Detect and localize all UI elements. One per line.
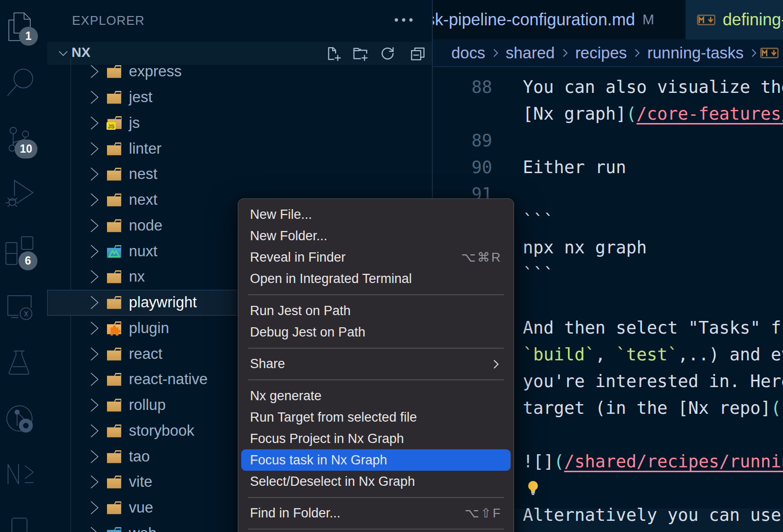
code-segment: ``` <box>523 264 554 284</box>
tab-label: sk-pipeline-configuration.md <box>433 10 635 29</box>
chevron-right-icon[interactable] <box>87 500 101 515</box>
chevron-right-icon[interactable] <box>87 244 101 259</box>
menu-shortcut: ⌥⌘R <box>461 250 502 265</box>
folder-icon <box>107 475 122 489</box>
activity-debug[interactable] <box>5 179 34 209</box>
menu-divider <box>248 497 504 498</box>
tree-item-label: storybook <box>129 422 194 440</box>
chevron-right-icon[interactable] <box>87 449 101 464</box>
tree-item-express[interactable]: express <box>47 59 433 85</box>
code-segment: target (in the [Nx repo] <box>523 398 771 418</box>
chevron-right-icon[interactable] <box>87 526 101 532</box>
menu-item-reveal-in-finder[interactable]: Reveal in Finder⌥⌘R <box>241 247 511 268</box>
chevron-right-icon[interactable] <box>87 64 101 79</box>
menu-item-debug-jest-on-path[interactable]: Debug Jest on Path <box>241 321 511 343</box>
folder-icon <box>107 64 122 79</box>
code-segment: ![] <box>523 451 554 471</box>
menu-item-label: Open in Integrated Terminal <box>250 271 412 286</box>
menu-item-label: New File... <box>250 207 312 222</box>
code-line: 90Either run <box>433 154 783 180</box>
chevron-right-icon[interactable] <box>87 116 101 130</box>
code-text: ``` <box>523 207 554 234</box>
badge: 10 <box>15 140 37 159</box>
breadcrumb-docs[interactable]: docs <box>451 44 485 62</box>
tree-item-label: vue <box>129 499 153 516</box>
tab-task-pipeline-configuration[interactable]: sk-pipeline-configuration.md M <box>433 0 684 39</box>
code-segment: , <box>595 344 616 364</box>
tree-item-label: playwright <box>129 294 197 311</box>
folder-icon <box>107 142 122 156</box>
code-line: [Nx graph](/core-features/explore-graph) <box>433 100 783 127</box>
chevron-right-icon[interactable] <box>87 218 101 233</box>
chevron-right-icon[interactable] <box>87 167 101 181</box>
breadcrumb-recipes[interactable]: recipes <box>575 44 627 62</box>
tree-item-linter[interactable]: linter <box>47 136 433 161</box>
tab-defining[interactable]: defining- <box>686 0 783 39</box>
chevron-right-icon[interactable] <box>87 269 101 284</box>
code-segment: Alternatively you can use the <box>523 505 783 525</box>
tree-item-label: plugin <box>129 319 169 337</box>
chevron-right-icon[interactable] <box>87 424 101 438</box>
code-line: 89 <box>433 127 783 154</box>
activity-bar: 1106 <box>0 0 47 532</box>
chevron-right-icon[interactable] <box>87 347 101 361</box>
tree-item-label: jest <box>129 89 152 106</box>
activity-nx-console[interactable] <box>6 462 35 485</box>
menu-item-label: New Folder... <box>250 229 327 244</box>
more-actions-icon[interactable] <box>393 13 414 27</box>
folder-icon <box>107 449 122 464</box>
tab-bar: sk-pipeline-configuration.md M defining- <box>433 0 783 40</box>
menu-item-focus-project-in-nx-graph[interactable]: Focus Project in Nx Graph <box>241 428 511 449</box>
menu-item-new-file[interactable]: New File... <box>241 204 511 226</box>
menu-item-open-in-integrated-terminal[interactable]: Open in Integrated Terminal <box>241 268 511 290</box>
remote-explorer-icon <box>7 293 33 320</box>
chevron-right-icon[interactable] <box>87 321 101 336</box>
breadcrumb-running-tasks[interactable]: running-tasks <box>647 44 744 62</box>
menu-item-share[interactable]: Share <box>241 354 511 375</box>
code-segment: npx nx graph <box>523 237 647 257</box>
chevron-right-icon[interactable] <box>87 372 101 387</box>
chevron-right-icon <box>747 47 760 59</box>
chevron-right-icon[interactable] <box>87 90 101 105</box>
chevron-right-icon[interactable] <box>87 475 101 489</box>
svg-text:JS: JS <box>107 124 114 129</box>
chevron-right-icon[interactable] <box>87 193 101 207</box>
chevron-right-icon[interactable] <box>87 398 101 412</box>
line-number: 88 <box>462 73 492 100</box>
activity-search[interactable] <box>7 68 34 97</box>
breadcrumb-shared[interactable]: shared <box>506 44 555 62</box>
markdown-icon <box>697 15 715 25</box>
line-number: 90 <box>462 154 492 180</box>
tree-item-label: nest <box>129 165 158 183</box>
chevron-right-icon[interactable] <box>87 295 101 310</box>
activity-beaker[interactable] <box>8 348 30 376</box>
tree-item-label: rollup <box>129 396 166 414</box>
activity-remote-explorer[interactable] <box>7 293 33 320</box>
tree-item-label: react <box>129 345 162 363</box>
menu-item-focus-task-in-nx-graph[interactable]: Focus task in Nx Graph <box>241 449 511 471</box>
folder-icon <box>107 424 122 438</box>
menu-item-new-folder[interactable]: New Folder... <box>241 226 511 247</box>
folder-icon <box>107 193 122 207</box>
activity-square[interactable] <box>11 517 28 532</box>
sidebar-title: EXPLORER <box>72 13 145 28</box>
tree-item-label: nuxt <box>129 243 158 260</box>
menu-item-nx-generate[interactable]: Nx generate <box>241 385 511 407</box>
tree-item-label: vite <box>129 473 152 491</box>
menu-item-select-deselect-in-nx-graph[interactable]: Select/Deselect in Nx Graph <box>241 471 511 492</box>
code-segment: [Nx graph] <box>523 104 626 124</box>
menu-item-label: Find in Folder... <box>250 506 340 521</box>
folder-icon <box>107 372 122 387</box>
beaker-icon <box>8 348 30 376</box>
tree-item-nest[interactable]: nest <box>47 161 433 187</box>
menu-item-run-target-from-selected-file[interactable]: Run Target from selected file <box>241 407 511 428</box>
activity-graph-search[interactable] <box>6 405 34 433</box>
code-segment: ( <box>554 451 564 471</box>
tree-item-jest[interactable]: jest <box>47 85 433 110</box>
chevron-right-icon[interactable] <box>87 142 101 156</box>
tree-item-js[interactable]: JSjs <box>47 110 433 136</box>
code-segment: ( <box>626 104 637 124</box>
menu-item-find-in-folder[interactable]: Find in Folder...⌥⇧F <box>241 503 511 524</box>
code-line: 88You can also visualize the task graph: <box>433 73 783 100</box>
menu-item-run-jest-on-path[interactable]: Run Jest on Path <box>241 300 511 321</box>
